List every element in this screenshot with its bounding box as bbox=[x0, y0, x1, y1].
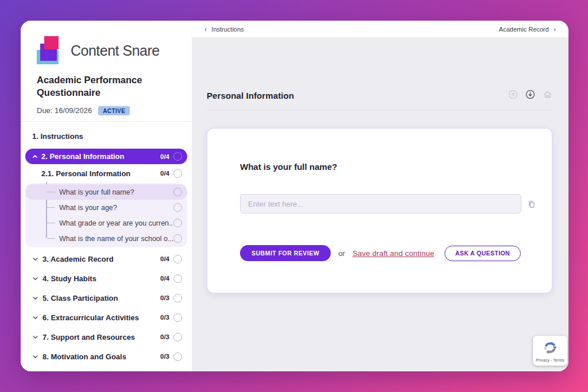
brand: Content Snare bbox=[37, 36, 178, 65]
prev-page-link[interactable]: ‹ Instructions bbox=[204, 25, 244, 33]
answer-input[interactable] bbox=[240, 194, 521, 214]
sidebar-item-label: 3. Academic Record bbox=[42, 255, 160, 263]
chevron-right-icon: › bbox=[554, 25, 556, 33]
sidebar-item-class-participation[interactable]: 5. Class Participation 0/3 bbox=[25, 288, 187, 308]
question-list: What is your full name? What is your age… bbox=[25, 183, 187, 247]
arrow-up-circle-icon bbox=[508, 90, 518, 101]
progress-ring-icon bbox=[173, 152, 182, 161]
sidebar-question-school[interactable]: What is the name of your school o... bbox=[25, 231, 187, 246]
sidebar-item-extracurricular[interactable]: 6. Extracurricular Activities 0/3 bbox=[25, 308, 187, 327]
progress-ring-icon bbox=[173, 234, 182, 243]
next-page-label: Academic Record bbox=[499, 26, 549, 33]
question-label: What is your age? bbox=[59, 204, 173, 212]
sidebar-item-label: 4. Study Habits bbox=[42, 274, 160, 283]
question-card: What is your full name? SUBMIT FOR REVIE… bbox=[207, 128, 552, 293]
progress-count: 0/4 bbox=[160, 275, 169, 282]
chevron-down-icon bbox=[32, 275, 38, 282]
sidebar-question-age[interactable]: What is your age? bbox=[25, 200, 187, 215]
content-snare-logo-icon bbox=[37, 36, 63, 65]
sidebar-nav: 1. Instructions 2. Personal Information … bbox=[21, 122, 192, 371]
tree-connector bbox=[47, 207, 55, 208]
chevron-up-icon bbox=[32, 154, 38, 160]
question-label: What is your full name? bbox=[59, 188, 173, 196]
progress-ring-icon bbox=[173, 188, 182, 196]
scroll-up-button[interactable] bbox=[508, 90, 518, 101]
progress-ring-icon bbox=[173, 219, 182, 227]
question-label: What grade or year are you curren... bbox=[59, 219, 173, 227]
sidebar-item-label: 1. Instructions bbox=[32, 132, 83, 141]
progress-ring-icon bbox=[173, 294, 182, 302]
sidebar-item-support-resources[interactable]: 7. Support and Resources 0/3 bbox=[25, 327, 187, 347]
home-icon bbox=[543, 90, 552, 101]
progress-count: 0/4 bbox=[160, 170, 169, 177]
questionnaire-title: Academic Performance Questionnaire bbox=[37, 74, 178, 99]
save-draft-link[interactable]: Save draft and continue bbox=[353, 249, 435, 258]
arrow-down-circle-icon bbox=[525, 90, 535, 101]
chevron-down-icon bbox=[32, 334, 38, 340]
progress-ring-icon bbox=[173, 352, 182, 361]
progress-count: 0/3 bbox=[160, 333, 169, 340]
scroll-down-button[interactable] bbox=[525, 90, 535, 101]
sidebar-item-study-habits[interactable]: 4. Study Habits 0/4 bbox=[25, 269, 187, 288]
content-area: Personal Information bbox=[192, 38, 568, 371]
chevron-down-icon bbox=[32, 295, 38, 301]
sidebar-question-grade[interactable]: What grade or year are you curren... bbox=[25, 215, 187, 231]
sidebar-sections: 3. Academic Record 0/4 4. Study Habits 0… bbox=[25, 249, 187, 371]
logo-pink-square bbox=[44, 36, 59, 49]
or-text: or bbox=[338, 249, 345, 258]
recaptcha-logo-icon bbox=[543, 340, 558, 357]
sidebar-question-full-name[interactable]: What is your full name? bbox=[25, 184, 187, 200]
chevron-down-icon bbox=[32, 256, 38, 262]
progress-count: 0/3 bbox=[160, 294, 169, 301]
sidebar-item-label: 6. Extracurricular Activities bbox=[42, 313, 160, 322]
progress-ring-icon bbox=[173, 203, 182, 212]
pagination-bar: ‹ Instructions Academic Record › bbox=[192, 21, 568, 38]
recaptcha-privacy-terms[interactable]: Privacy - Terms bbox=[536, 358, 564, 362]
chevron-left-icon: ‹ bbox=[204, 25, 207, 33]
sidebar-item-label: 8. Motivation and Goals bbox=[42, 352, 160, 361]
tree-connector bbox=[47, 223, 55, 224]
sidebar-item-label: 5. Class Participation bbox=[42, 294, 160, 302]
submit-for-review-button[interactable]: SUBMIT FOR REVIEW bbox=[240, 245, 331, 261]
recaptcha-badge[interactable]: Privacy - Terms bbox=[533, 336, 567, 366]
ask-a-question-button[interactable]: ASK A QUESTION bbox=[444, 246, 521, 261]
progress-count: 0/4 bbox=[160, 255, 169, 262]
divider bbox=[207, 110, 552, 110]
sidebar: Content Snare Academic Performance Quest… bbox=[21, 21, 192, 371]
app-window: Content Snare Academic Performance Quest… bbox=[21, 21, 568, 371]
chevron-down-icon bbox=[32, 315, 38, 321]
sidebar-item-instructions[interactable]: 1. Instructions bbox=[25, 127, 187, 145]
sidebar-item-motivation-goals[interactable]: 8. Motivation and Goals 0/3 bbox=[25, 347, 187, 366]
progress-count: 0/3 bbox=[160, 353, 169, 360]
sidebar-item-personal-information-selected[interactable]: 2. Personal Information 0/4 bbox=[25, 149, 187, 164]
progress-count: 0/3 bbox=[160, 314, 169, 321]
page-title: Personal Information bbox=[207, 91, 294, 100]
question-label: What is the name of your school o... bbox=[59, 235, 173, 243]
progress-ring-icon bbox=[173, 255, 182, 263]
progress-ring-icon bbox=[173, 333, 182, 341]
question-text: What is your full name? bbox=[240, 162, 337, 172]
brand-name: Content Snare bbox=[71, 42, 160, 59]
progress-ring-icon bbox=[173, 274, 182, 283]
home-button[interactable] bbox=[543, 90, 552, 101]
next-page-link[interactable]: Academic Record › bbox=[499, 25, 556, 33]
progress-count: 0/4 bbox=[160, 153, 169, 160]
progress-ring-icon bbox=[173, 313, 182, 322]
sidebar-item-label: 2. Personal Information bbox=[41, 152, 160, 161]
due-date: Due: 16/09/2026 bbox=[37, 106, 92, 115]
tree-connector bbox=[47, 192, 55, 193]
prev-page-label: Instructions bbox=[211, 26, 243, 33]
sidebar-item-label: 7. Support and Resources bbox=[42, 333, 160, 341]
progress-ring-icon bbox=[173, 169, 182, 178]
sidebar-item-feedback-suggestions[interactable]: 9. Feedback and Suggestions 0/3 bbox=[25, 366, 187, 371]
tree-connector bbox=[47, 238, 55, 239]
main-panel: ‹ Instructions Academic Record › Persona… bbox=[192, 21, 568, 371]
sidebar-header: Content Snare Academic Performance Quest… bbox=[21, 21, 192, 122]
status-badge: ACTIVE bbox=[98, 106, 130, 115]
sidebar-item-label: 2.1. Personal Information bbox=[41, 169, 160, 178]
chevron-down-icon bbox=[32, 354, 38, 360]
sidebar-item-academic-record[interactable]: 3. Academic Record 0/4 bbox=[25, 249, 187, 269]
copy-icon[interactable] bbox=[527, 200, 536, 208]
sidebar-item-personal-information-sub[interactable]: 2.1. Personal Information 0/4 bbox=[25, 166, 187, 181]
